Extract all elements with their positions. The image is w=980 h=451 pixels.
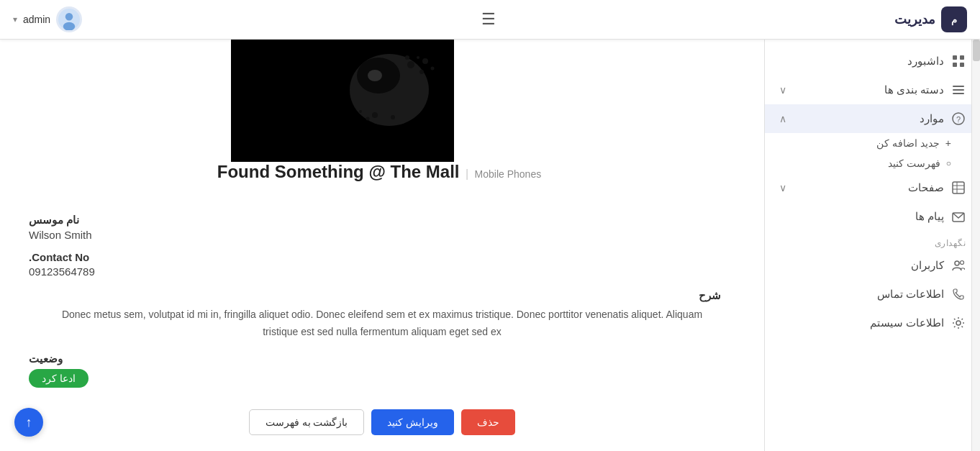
svg-point-18 bbox=[961, 261, 964, 265]
sidebar-item-label: موارد bbox=[920, 112, 944, 125]
svg-point-26 bbox=[422, 58, 428, 64]
grid-icon bbox=[951, 54, 966, 68]
svg-point-1 bbox=[65, 13, 73, 21]
svg-rect-6 bbox=[960, 63, 964, 67]
menu-toggle-icon[interactable]: ☰ bbox=[481, 10, 496, 29]
users-icon bbox=[951, 258, 966, 273]
svg-rect-5 bbox=[953, 63, 957, 67]
sidebar-item-label: کاربران bbox=[911, 259, 944, 272]
founder-value: Wilson Smith bbox=[29, 229, 92, 241]
scrollbar-track bbox=[971, 40, 980, 451]
svg-rect-9 bbox=[953, 93, 964, 94]
maintenance-label: نگهداری bbox=[765, 231, 980, 251]
item-image bbox=[231, 40, 533, 162]
svg-rect-3 bbox=[953, 55, 957, 60]
app-title: مدیریت bbox=[894, 12, 935, 27]
svg-point-30 bbox=[372, 112, 378, 118]
gear-icon bbox=[951, 316, 966, 330]
item-title-row: Found Something @ The Mall | Mobile Phon… bbox=[0, 162, 764, 182]
description-row: شرح Donec metus sem, volutpat id mi in, … bbox=[29, 289, 735, 341]
description-label: شرح bbox=[43, 289, 721, 302]
sidebar-item-label: اطلاعات سیستم bbox=[870, 316, 944, 329]
chevron-down-icon: ∨ bbox=[779, 84, 786, 96]
sidebar-item-messages[interactable]: پیام ها bbox=[765, 202, 980, 231]
description-text: Donec metus sem, volutpat id mi in, frin… bbox=[43, 306, 721, 341]
phone-icon bbox=[951, 287, 966, 301]
svg-point-28 bbox=[417, 56, 419, 59]
svg-rect-7 bbox=[953, 86, 964, 87]
founder-row: نام موسس Wilson Smith bbox=[29, 214, 735, 241]
delete-button[interactable]: حذف bbox=[461, 409, 515, 435]
svg-rect-4 bbox=[960, 55, 964, 60]
avatar bbox=[56, 6, 82, 32]
sidebar-item-label: دسته بندی ها bbox=[884, 83, 944, 96]
status-row: وضعیت ادعا کرد bbox=[29, 352, 735, 388]
svg-point-29 bbox=[405, 55, 409, 60]
scroll-top-button[interactable]: ↑ bbox=[14, 408, 43, 437]
item-details: نام موسس Wilson Smith Contact No. 091235… bbox=[0, 199, 764, 442]
sidebar-item-label: داشبورد bbox=[907, 55, 944, 68]
item-category: Mobile Phones bbox=[475, 168, 542, 180]
username-label: admin bbox=[23, 14, 50, 25]
action-buttons: حذف ویرایش کنید بازگشت به فهرست bbox=[29, 409, 735, 435]
sidebar-item-label: اطلاعات تماس bbox=[877, 288, 944, 301]
brand: م مدیریت bbox=[894, 6, 967, 32]
svg-point-33 bbox=[359, 110, 362, 113]
item-detail-card: Found Something @ The Mall | Mobile Phon… bbox=[0, 40, 764, 451]
user-menu[interactable]: admin ▾ bbox=[13, 6, 82, 32]
status-label: وضعیت bbox=[29, 352, 63, 365]
founder-label: نام موسس bbox=[29, 214, 79, 227]
sidebar-item-label: صفحات bbox=[908, 181, 944, 194]
dropdown-icon: ▾ bbox=[13, 14, 17, 24]
logo: م bbox=[941, 6, 967, 32]
sidebar-sub-list[interactable]: ○ فهرست کنید bbox=[765, 153, 980, 173]
circle-icon: ○ bbox=[946, 158, 951, 168]
contact-row: Contact No. 09123564789 bbox=[29, 251, 735, 278]
chevron-down-icon: ∨ bbox=[779, 182, 786, 193]
contact-label: Contact No. bbox=[29, 251, 89, 263]
sidebar-item-items[interactable]: ? موارد ∧ bbox=[765, 104, 980, 133]
chevron-up-icon: ∧ bbox=[779, 113, 786, 124]
scrollbar-thumb[interactable] bbox=[973, 40, 980, 61]
sidebar-item-pages[interactable]: صفحات ∨ bbox=[765, 173, 980, 202]
item-image-area bbox=[231, 40, 533, 162]
svg-point-24 bbox=[407, 61, 414, 68]
question-icon: ? bbox=[951, 111, 966, 126]
sidebar-item-categories[interactable]: دسته بندی ها ∨ bbox=[765, 76, 980, 104]
sidebar: داشبورد دسته بندی ها ∨ ? موارد ∧ bbox=[764, 40, 980, 451]
sidebar-item-dashboard[interactable]: داشبورد bbox=[765, 47, 980, 76]
svg-rect-12 bbox=[953, 182, 964, 193]
svg-point-31 bbox=[366, 117, 370, 121]
svg-point-19 bbox=[956, 321, 961, 325]
svg-point-25 bbox=[419, 70, 424, 74]
status-badge: ادعا کرد bbox=[29, 369, 89, 388]
back-button[interactable]: بازگشت به فهرست bbox=[249, 409, 365, 435]
edit-button[interactable]: ویرایش کنید bbox=[371, 409, 454, 435]
table-icon bbox=[951, 181, 966, 195]
svg-point-34 bbox=[368, 70, 382, 81]
item-title: Found Something @ The Mall bbox=[217, 162, 460, 181]
sidebar-item-users[interactable]: کاربران bbox=[765, 251, 980, 280]
svg-point-32 bbox=[391, 115, 395, 119]
plus-icon: + bbox=[945, 137, 951, 149]
svg-point-27 bbox=[431, 67, 435, 70]
svg-rect-8 bbox=[953, 89, 964, 91]
sidebar-sub-add-new[interactable]: + جدید اضافه کن bbox=[765, 133, 980, 153]
contact-value: 09123564789 bbox=[29, 265, 95, 278]
svg-text:?: ? bbox=[956, 115, 961, 124]
layout: داشبورد دسته بندی ها ∨ ? موارد ∧ bbox=[0, 0, 980, 451]
sidebar-item-contact[interactable]: اطلاعات تماس bbox=[765, 280, 980, 309]
svg-rect-21 bbox=[454, 40, 533, 162]
list-icon bbox=[951, 83, 966, 97]
sidebar-item-label: پیام ها bbox=[915, 210, 944, 223]
svg-point-17 bbox=[955, 261, 959, 265]
mail-icon bbox=[951, 209, 966, 224]
sidebar-item-system[interactable]: اطلاعات سیستم bbox=[765, 309, 980, 337]
navbar: م مدیریت ☰ admin ▾ bbox=[0, 0, 980, 40]
main-content: Found Something @ The Mall | Mobile Phon… bbox=[0, 40, 764, 451]
